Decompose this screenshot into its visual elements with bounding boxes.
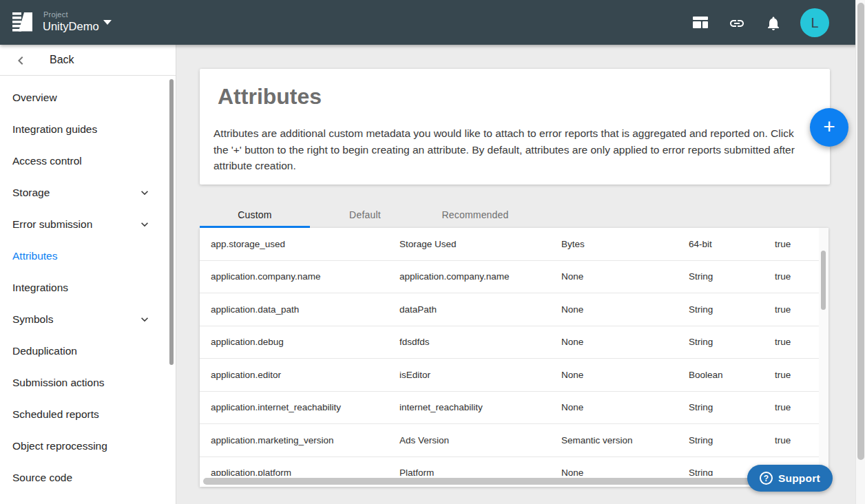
support-button[interactable]: ? Support: [747, 465, 833, 492]
page-scrollbar[interactable]: [857, 3, 864, 460]
back-label: Back: [50, 54, 74, 66]
chevron-left-icon: [12, 52, 29, 69]
sidebar-item-source-code[interactable]: Source code: [0, 462, 165, 494]
sidebar-item-label: Integrations: [12, 282, 68, 294]
sidebar-item-integrations[interactable]: Integrations: [0, 272, 165, 304]
table-cell-description: dataPath: [399, 304, 437, 315]
table-cell-active: true: [775, 402, 791, 412]
table-horizontal-scrollbar[interactable]: [203, 478, 812, 485]
table-cell-name: application.company.name: [211, 271, 321, 282]
attributes-table-body: app.storage_usedStorage UsedBytes64-bitt…: [200, 228, 828, 487]
table-cell-name: application.internet_reachability: [211, 402, 341, 412]
table-row[interactable]: app.storage_usedStorage UsedBytes64-bitt…: [200, 228, 828, 261]
sidebar-item-label: Overview: [12, 92, 57, 104]
sidebar-item-symbols[interactable]: Symbols: [0, 304, 165, 335]
sidebar-item-label: Object reprocessing: [12, 440, 107, 452]
table-cell-description: Storage Used: [399, 239, 457, 249]
sidebar-item-label: Access control: [12, 155, 82, 167]
sidebar-item-object-reprocessing[interactable]: Object reprocessing: [0, 430, 165, 462]
attributes-header-card: Attributes Attributes are additional cus…: [200, 69, 830, 185]
link-icon[interactable]: [729, 15, 745, 32]
table-cell-format: None: [561, 271, 583, 282]
table-cell-format: Bytes: [561, 239, 585, 249]
question-mark-icon: ?: [760, 472, 773, 485]
tab-custom[interactable]: Custom: [200, 203, 310, 226]
table-cell-description: internet_reachability: [399, 402, 483, 412]
table-cell-name: application.editor: [211, 370, 281, 380]
project-dropdown-caret-icon[interactable]: [103, 20, 112, 25]
table-row[interactable]: application.data_pathdataPathNoneStringt…: [200, 293, 828, 326]
table-cell-type: Boolean: [689, 370, 723, 380]
page-scrollbar-track: [855, 0, 865, 504]
tab-default[interactable]: Default: [310, 203, 420, 226]
user-avatar[interactable]: L: [800, 8, 829, 37]
table-cell-active: true: [775, 370, 791, 380]
table-cell-active: true: [775, 239, 791, 249]
sidebar-item-submission-actions[interactable]: Submission actions: [0, 367, 165, 399]
tab-recommended[interactable]: Recommended: [420, 203, 530, 226]
sidebar-item-error-submission[interactable]: Error submission: [0, 209, 165, 240]
sidebar-item-label: Attributes: [12, 250, 57, 262]
table-row[interactable]: application.debugfdsdfdsNoneStringtrue: [200, 326, 828, 359]
project-label: Project: [43, 10, 68, 19]
table-cell-type: String: [689, 337, 713, 347]
sidebar-item-deduplication[interactable]: Deduplication: [0, 335, 165, 367]
top-bar: Project UnityDemo L: [0, 0, 865, 45]
page-description: Attributes are additional custom metadat…: [213, 125, 800, 174]
sidebar-item-storage[interactable]: Storage: [0, 177, 165, 209]
sidebar-item-scheduled-reports[interactable]: Scheduled reports: [0, 399, 165, 430]
chevron-down-icon: [138, 218, 152, 231]
sidebar-item-label: Symbols: [12, 313, 53, 326]
table-cell-description: isEditor: [399, 370, 430, 380]
table-cell-type: String: [689, 402, 713, 412]
sidebar-scrollbar[interactable]: [169, 79, 174, 365]
sidebar-item-overview[interactable]: Overview: [0, 82, 165, 114]
table-row[interactable]: application.editorisEditorNoneBooleantru…: [200, 359, 828, 392]
sidebar-item-attributes[interactable]: Attributes: [0, 240, 165, 272]
app-window: Project UnityDemo L Back OverviewIntegra…: [0, 0, 865, 504]
attributes-table: app.storage_usedStorage UsedBytes64-bitt…: [200, 228, 828, 487]
table-cell-format: Semantic version: [561, 435, 633, 445]
support-label: Support: [778, 472, 820, 485]
sidebar-item-label: Integration guides: [12, 123, 97, 136]
project-name[interactable]: UnityDemo: [43, 20, 99, 33]
table-row[interactable]: application.marketing_versionAds Version…: [200, 424, 828, 457]
sidebar-item-label: Source code: [12, 472, 72, 484]
table-cell-active: true: [775, 271, 791, 282]
attribute-tabs: CustomDefaultRecommended: [200, 203, 640, 228]
table-row[interactable]: application.company.nameapplication.comp…: [200, 261, 828, 294]
settings-sidebar: Back OverviewIntegration guidesAccess co…: [0, 45, 176, 504]
table-cell-type: String: [689, 304, 713, 315]
table-vertical-scrollbar[interactable]: [821, 251, 826, 310]
table-cell-type: String: [689, 435, 713, 445]
table-cell-format: None: [561, 337, 583, 347]
table-cell-active: true: [775, 435, 791, 445]
sidebar-item-integration-guides[interactable]: Integration guides: [0, 114, 165, 145]
add-attribute-button[interactable]: +: [810, 108, 848, 147]
table-cell-name: application.data_path: [211, 304, 299, 315]
table-cell-type: String: [689, 271, 713, 282]
sidebar-item-label: Scheduled reports: [12, 408, 99, 421]
table-cell-active: true: [775, 304, 791, 315]
sidebar-nav-list: OverviewIntegration guidesAccess control…: [0, 82, 165, 494]
notifications-bell-icon[interactable]: [765, 15, 782, 32]
dashboard-layout-icon[interactable]: [693, 17, 708, 28]
table-cell-format: None: [561, 370, 583, 380]
sidebar-item-label: Storage: [12, 187, 50, 199]
backtrace-logo-icon[interactable]: [12, 11, 33, 33]
back-button[interactable]: Back: [0, 45, 176, 76]
table-cell-format: None: [561, 304, 583, 315]
table-cell-name: application.marketing_version: [211, 435, 334, 445]
table-cell-name: app.storage_used: [211, 239, 285, 249]
table-row[interactable]: application.internet_reachabilityinterne…: [200, 392, 828, 425]
sidebar-item-label: Error submission: [12, 218, 92, 231]
table-cell-format: None: [561, 402, 583, 412]
chevron-down-icon: [138, 186, 152, 200]
table-cell-type: 64-bit: [689, 239, 712, 249]
chevron-down-icon: [138, 313, 152, 326]
table-cell-description: application.company.name: [399, 271, 510, 282]
table-cell-description: Ads Version: [399, 435, 449, 445]
sidebar-item-label: Deduplication: [12, 345, 77, 357]
sidebar-item-access-control[interactable]: Access control: [0, 145, 165, 177]
page-title: Attributes: [218, 84, 322, 109]
